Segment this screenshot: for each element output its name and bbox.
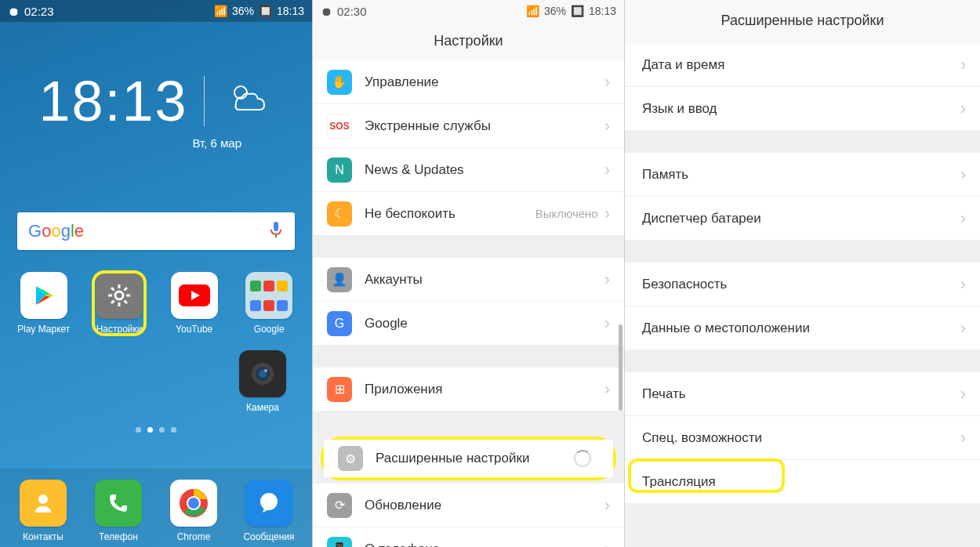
row-value: Выключено bbox=[535, 207, 598, 220]
phone-info-icon: 📱 bbox=[327, 537, 352, 548]
row-language[interactable]: Язык и ввод › bbox=[625, 87, 980, 131]
dock-label: Телефон bbox=[93, 531, 144, 542]
row-accessibility[interactable]: Спец. возможности › bbox=[625, 416, 980, 460]
rec-time: 02:30 bbox=[337, 5, 367, 18]
svg-line-8 bbox=[111, 288, 114, 291]
row-label: Google bbox=[365, 316, 604, 331]
row-label: Дата и время bbox=[642, 57, 960, 73]
svg-point-21 bbox=[260, 493, 278, 510]
dock-chrome[interactable]: Chrome bbox=[168, 480, 220, 547]
row-security[interactable]: Безопасность › bbox=[625, 263, 980, 306]
app-youtube[interactable]: YouTube bbox=[169, 272, 220, 335]
camera-icon bbox=[239, 350, 286, 397]
app-settings-highlighted[interactable]: Настройки bbox=[93, 272, 145, 335]
messages-icon bbox=[245, 480, 292, 527]
dock-label: Chrome bbox=[168, 531, 220, 542]
row-management[interactable]: ✋ Управление › bbox=[313, 60, 624, 104]
row-apps[interactable]: ⊞ Приложения › bbox=[313, 368, 624, 411]
row-google[interactable]: G Google › bbox=[313, 302, 624, 346]
app-label: Play Маркет bbox=[17, 324, 70, 335]
google-logo: Google bbox=[28, 221, 84, 241]
app-google-folder[interactable]: Google bbox=[243, 272, 295, 335]
row-location[interactable]: Данные о местоположении › bbox=[625, 306, 980, 350]
row-label: Расширенные настройки bbox=[376, 451, 574, 466]
section-gap bbox=[313, 411, 624, 433]
svg-line-9 bbox=[125, 301, 128, 304]
row-datetime[interactable]: Дата и время › bbox=[625, 43, 980, 87]
app-label: YouTube bbox=[169, 324, 220, 335]
app-play-market[interactable]: Play Маркет bbox=[17, 272, 70, 335]
section-gap bbox=[313, 346, 624, 368]
chevron-right-icon: › bbox=[604, 204, 610, 224]
mic-icon[interactable] bbox=[268, 220, 284, 242]
row-dnd[interactable]: ☾ Не беспокоить Выключено › bbox=[313, 192, 624, 236]
page-title: Расширенные настройки bbox=[625, 0, 980, 43]
gear-icon bbox=[96, 272, 143, 319]
weather-icon bbox=[205, 78, 289, 124]
rec-time: 02:23 bbox=[24, 5, 54, 18]
row-emergency[interactable]: SOS Экстренные службы › bbox=[313, 104, 624, 148]
battery-icon: 🔲 bbox=[571, 5, 584, 17]
chevron-right-icon: › bbox=[960, 274, 966, 295]
row-label: Управление bbox=[365, 74, 604, 90]
news-icon: N bbox=[327, 158, 352, 183]
row-accounts[interactable]: 👤 Аккаунты › bbox=[313, 258, 624, 302]
chevron-right-icon: › bbox=[960, 165, 966, 185]
row-update[interactable]: ⟳ Обновление › bbox=[313, 484, 624, 527]
svg-point-3 bbox=[115, 292, 123, 299]
google-search-bar[interactable]: Google bbox=[17, 212, 295, 250]
page-indicator bbox=[0, 413, 312, 433]
status-bar: ⏺ 02:23 📶 36% 🔲 18:13 bbox=[0, 0, 312, 22]
dock-label: Сообщения bbox=[243, 531, 295, 542]
sos-icon: SOS bbox=[327, 114, 352, 139]
svg-point-16 bbox=[264, 369, 267, 372]
row-label: News & Updates bbox=[365, 162, 604, 178]
row-label: Не беспокоить bbox=[365, 206, 535, 222]
row-print[interactable]: Печать › bbox=[625, 372, 980, 416]
clock-date: Вт, 6 мар bbox=[0, 133, 312, 150]
hand-icon: ✋ bbox=[327, 70, 352, 95]
chevron-right-icon: › bbox=[604, 539, 610, 548]
row-news[interactable]: N News & Updates › bbox=[313, 148, 624, 192]
row-label: Безопасность bbox=[642, 277, 960, 292]
scrollbar[interactable] bbox=[619, 324, 622, 411]
battery-icon: 🔲 bbox=[259, 5, 272, 17]
status-bar: ⏺ 02:30 📶 36% 🔲 18:13 bbox=[313, 0, 624, 22]
chevron-right-icon: › bbox=[604, 116, 610, 136]
row-memory[interactable]: Память › bbox=[625, 153, 980, 197]
dock: Контакты Телефон Chrome Сообщения bbox=[0, 469, 312, 547]
loading-spinner bbox=[574, 450, 591, 467]
row-label: Диспетчер батареи bbox=[642, 211, 960, 226]
person-icon: 👤 bbox=[327, 267, 352, 292]
chevron-right-icon: › bbox=[604, 313, 610, 334]
gear-icon: ⚙ bbox=[338, 446, 363, 471]
clock-widget[interactable]: 18:13 Вт, 6 мар bbox=[0, 22, 312, 150]
row-label: О телефоне bbox=[365, 542, 604, 548]
row-label: Аккаунты bbox=[365, 272, 604, 288]
phone-icon bbox=[95, 480, 142, 527]
row-label: Язык и ввод bbox=[642, 101, 960, 117]
chevron-right-icon: › bbox=[960, 55, 966, 75]
moon-icon: ☾ bbox=[327, 201, 352, 226]
dock-contacts[interactable]: Контакты bbox=[17, 480, 69, 547]
chevron-right-icon: › bbox=[960, 318, 966, 339]
battery-pct: 36% bbox=[544, 5, 566, 17]
app-camera[interactable]: Камера bbox=[235, 350, 290, 413]
battery-pct: 36% bbox=[232, 5, 254, 17]
row-about[interactable]: 📱 О телефоне › bbox=[313, 527, 624, 547]
app-grid: Play Маркет Настройки YouTube Google bbox=[0, 250, 312, 335]
row-label: Данные о местоположении bbox=[642, 321, 960, 336]
signal-icon: 📶 bbox=[526, 5, 539, 17]
dock-messages[interactable]: Сообщения bbox=[243, 480, 295, 547]
dock-phone[interactable]: Телефон bbox=[93, 480, 144, 547]
contacts-icon bbox=[20, 480, 67, 527]
row-advanced[interactable]: ⚙ Расширенные настройки bbox=[324, 440, 613, 477]
update-icon: ⟳ bbox=[327, 493, 352, 518]
section-gap bbox=[625, 241, 980, 263]
row-battery[interactable]: Диспетчер батареи › bbox=[625, 197, 980, 241]
status-time: 18:13 bbox=[589, 5, 616, 17]
row-advanced-highlighted: ⚙ Расширенные настройки bbox=[321, 437, 616, 480]
app-label: Google bbox=[243, 324, 295, 335]
row-label: Память bbox=[642, 167, 960, 183]
row-label: Спец. возможности bbox=[642, 430, 960, 446]
